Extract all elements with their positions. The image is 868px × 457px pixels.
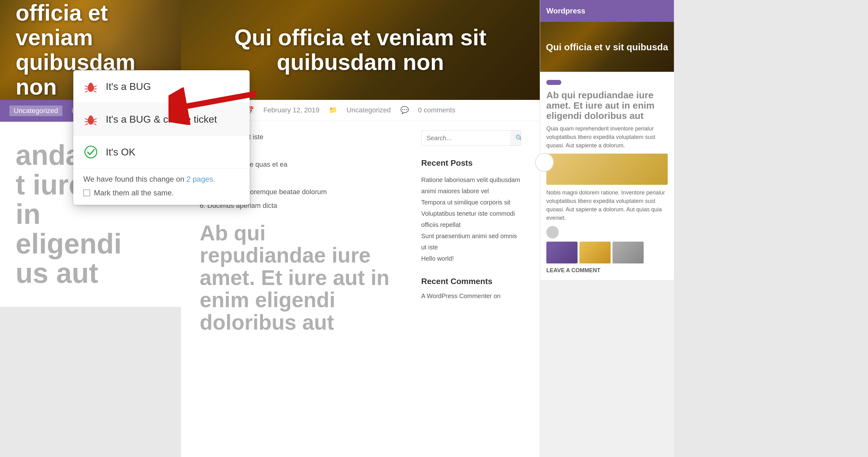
- popup-label-bug-ticket: It's a BUG & create ticket: [106, 114, 217, 125]
- right-mini-hero: Qui officia et v sit quibusda: [540, 22, 674, 72]
- list-item: Ratione laboriosam velit quibusdam animi…: [421, 174, 521, 197]
- svg-line-13: [94, 119, 96, 120]
- svg-line-4: [94, 86, 96, 87]
- search-button[interactable]: 🔍: [510, 130, 521, 146]
- right-mini-hero-text: Qui officia et v sit quibusda: [546, 42, 668, 52]
- list-item: Hello world!: [421, 253, 521, 264]
- article-sidebar: 🔍 Recent Posts Ratione laboriosam velit …: [421, 130, 521, 333]
- bug-icon-2: [83, 112, 98, 127]
- avatar-row: [546, 226, 668, 239]
- leave-comment-label: LEAVE A COMMENT: [546, 267, 668, 274]
- popup-item-bug-ticket[interactable]: It's a BUG & create ticket: [73, 103, 250, 136]
- mini-avatar: [546, 226, 559, 239]
- right-body-text-1: Quia quam reprehenderit inventore perial…: [546, 125, 668, 150]
- bug-icon-1: [83, 79, 98, 94]
- commenter-text: A WordPress Commenter on: [421, 293, 521, 300]
- recent-posts-list: Ratione laboriosam velit quibusdam animi…: [421, 174, 521, 264]
- list-item: Voluptatibus tenetur iste commodi offici…: [421, 208, 521, 231]
- recent-posts-title: Recent Posts: [421, 158, 521, 168]
- recent-comments-title: Recent Comments: [421, 277, 521, 286]
- svg-line-7: [86, 91, 88, 92]
- mark-all-label: Mark them all the same.: [94, 188, 174, 197]
- mini-thumb-3: [613, 242, 644, 264]
- mini-button[interactable]: [546, 80, 561, 85]
- svg-line-17: [94, 124, 96, 125]
- pages-link[interactable]: 2 pages.: [186, 175, 215, 183]
- article-category: Uncategorized: [347, 106, 391, 114]
- comment-icon: 💬: [400, 106, 409, 114]
- recent-comments: Recent Comments A WordPress Commenter on: [421, 277, 521, 300]
- article-comments: 0 comments: [418, 106, 456, 114]
- main-layout: officia et veniam quibusdam non Uncatego…: [0, 0, 868, 457]
- right-mini-header: Wordpress: [540, 0, 674, 22]
- article-date: February 12, 2019: [264, 106, 319, 114]
- right-mini-content: Ab qui repudiandae iure amet. Et iure au…: [540, 72, 674, 280]
- right-panel: Wordpress Qui officia et v sit quibusda …: [540, 0, 674, 457]
- popup-checkbox-row: Mark them all the same.: [83, 188, 240, 197]
- right-body-text-2: Nobis magni dolorem ratione. Inventore p…: [546, 188, 668, 222]
- popup-footer: We have found this change on 2 pages. Ma…: [73, 169, 250, 205]
- middle-panel: Qui officia et veniam sit quibusdam non …: [181, 0, 540, 457]
- category-icon: 📁: [329, 106, 337, 114]
- svg-line-3: [85, 86, 88, 87]
- popup-item-ok[interactable]: It's OK: [73, 136, 250, 169]
- left-panel: officia et veniam quibusdam non Uncatego…: [0, 0, 181, 457]
- tag-label: Uncategorized: [9, 105, 62, 116]
- search-box[interactable]: 🔍: [421, 130, 521, 146]
- list-item: Sunt praesentium animi sed omnis ut iste: [421, 231, 521, 253]
- popup-item-bug[interactable]: It's a BUG: [73, 70, 250, 103]
- svg-point-18: [85, 146, 97, 158]
- ok-icon: [83, 145, 98, 159]
- middle-hero-text: Qui officia et veniam sit quibusdam non: [181, 25, 540, 74]
- popup-label-bug: It's a BUG: [106, 81, 151, 92]
- mini-thumbnail: [546, 154, 668, 185]
- right-header-text: Wordpress: [546, 6, 585, 15]
- svg-line-16: [86, 124, 88, 125]
- popup-pages-text: We have found this change on 2 pages.: [83, 175, 240, 184]
- found-text: We have found this change on: [83, 175, 184, 183]
- big-article-text: Ab quirepudiandae iureamet. Et iure aut …: [200, 222, 402, 333]
- popup-label-ok: It's OK: [106, 146, 135, 158]
- divider-circle: [535, 153, 554, 172]
- right-mini-article-text: Ab qui repudiandae iure amet. Et iure au…: [546, 90, 668, 121]
- mini-thumbnails-row: [546, 242, 668, 264]
- svg-line-12: [85, 119, 88, 120]
- mini-thumb-2: [579, 242, 611, 264]
- search-input[interactable]: [422, 131, 510, 146]
- popup-menu: It's a BUG It's a BUG & create ticket: [73, 70, 250, 205]
- list-item: Tempora ut similique corporis sit: [421, 197, 521, 208]
- mini-thumb-1: [546, 242, 578, 264]
- mark-all-checkbox[interactable]: [83, 189, 90, 196]
- svg-line-8: [94, 91, 96, 92]
